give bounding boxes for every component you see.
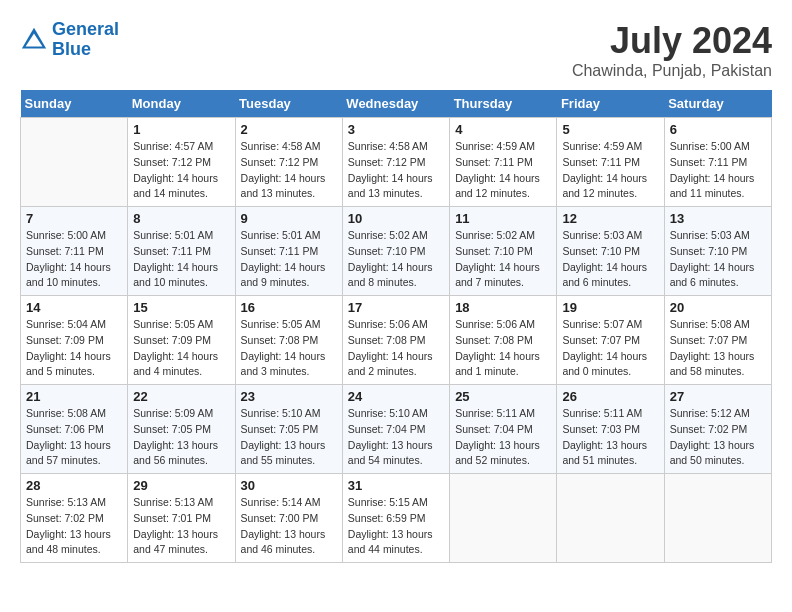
page-container: General Blue July 2024 Chawinda, Punjab,… (20, 20, 772, 563)
day-number: 20 (670, 300, 766, 315)
logo: General Blue (20, 20, 119, 60)
calendar-cell (664, 474, 771, 563)
day-info: Sunrise: 4:58 AM Sunset: 7:12 PM Dayligh… (348, 139, 444, 202)
calendar-cell (557, 474, 664, 563)
day-number: 29 (133, 478, 229, 493)
calendar-cell (450, 474, 557, 563)
day-number: 18 (455, 300, 551, 315)
day-info: Sunrise: 4:58 AM Sunset: 7:12 PM Dayligh… (241, 139, 337, 202)
calendar-header-row: SundayMondayTuesdayWednesdayThursdayFrid… (21, 90, 772, 118)
calendar-week-row: 7Sunrise: 5:00 AM Sunset: 7:11 PM Daylig… (21, 207, 772, 296)
day-number: 27 (670, 389, 766, 404)
calendar-cell: 1Sunrise: 4:57 AM Sunset: 7:12 PM Daylig… (128, 118, 235, 207)
day-info: Sunrise: 5:11 AM Sunset: 7:04 PM Dayligh… (455, 406, 551, 469)
day-number: 3 (348, 122, 444, 137)
calendar-cell: 21Sunrise: 5:08 AM Sunset: 7:06 PM Dayli… (21, 385, 128, 474)
day-info: Sunrise: 5:13 AM Sunset: 7:01 PM Dayligh… (133, 495, 229, 558)
calendar-cell: 7Sunrise: 5:00 AM Sunset: 7:11 PM Daylig… (21, 207, 128, 296)
day-number: 12 (562, 211, 658, 226)
day-info: Sunrise: 5:03 AM Sunset: 7:10 PM Dayligh… (562, 228, 658, 291)
calendar-cell: 27Sunrise: 5:12 AM Sunset: 7:02 PM Dayli… (664, 385, 771, 474)
day-number: 2 (241, 122, 337, 137)
day-number: 31 (348, 478, 444, 493)
title-block: July 2024 Chawinda, Punjab, Pakistan (572, 20, 772, 80)
header: General Blue July 2024 Chawinda, Punjab,… (20, 20, 772, 80)
calendar-cell: 14Sunrise: 5:04 AM Sunset: 7:09 PM Dayli… (21, 296, 128, 385)
day-number: 19 (562, 300, 658, 315)
calendar-cell: 5Sunrise: 4:59 AM Sunset: 7:11 PM Daylig… (557, 118, 664, 207)
day-number: 21 (26, 389, 122, 404)
calendar-cell: 30Sunrise: 5:14 AM Sunset: 7:00 PM Dayli… (235, 474, 342, 563)
column-header-tuesday: Tuesday (235, 90, 342, 118)
day-number: 4 (455, 122, 551, 137)
day-number: 7 (26, 211, 122, 226)
day-number: 17 (348, 300, 444, 315)
day-info: Sunrise: 5:15 AM Sunset: 6:59 PM Dayligh… (348, 495, 444, 558)
column-header-monday: Monday (128, 90, 235, 118)
day-number: 10 (348, 211, 444, 226)
calendar-cell: 3Sunrise: 4:58 AM Sunset: 7:12 PM Daylig… (342, 118, 449, 207)
day-number: 23 (241, 389, 337, 404)
day-info: Sunrise: 4:59 AM Sunset: 7:11 PM Dayligh… (562, 139, 658, 202)
day-info: Sunrise: 5:02 AM Sunset: 7:10 PM Dayligh… (348, 228, 444, 291)
day-number: 15 (133, 300, 229, 315)
calendar-cell: 10Sunrise: 5:02 AM Sunset: 7:10 PM Dayli… (342, 207, 449, 296)
day-number: 25 (455, 389, 551, 404)
day-number: 8 (133, 211, 229, 226)
calendar-cell: 22Sunrise: 5:09 AM Sunset: 7:05 PM Dayli… (128, 385, 235, 474)
calendar-cell (21, 118, 128, 207)
column-header-saturday: Saturday (664, 90, 771, 118)
day-number: 22 (133, 389, 229, 404)
day-number: 13 (670, 211, 766, 226)
day-info: Sunrise: 5:07 AM Sunset: 7:07 PM Dayligh… (562, 317, 658, 380)
day-number: 1 (133, 122, 229, 137)
calendar-cell: 25Sunrise: 5:11 AM Sunset: 7:04 PM Dayli… (450, 385, 557, 474)
day-info: Sunrise: 5:02 AM Sunset: 7:10 PM Dayligh… (455, 228, 551, 291)
calendar-cell: 20Sunrise: 5:08 AM Sunset: 7:07 PM Dayli… (664, 296, 771, 385)
calendar-cell: 9Sunrise: 5:01 AM Sunset: 7:11 PM Daylig… (235, 207, 342, 296)
calendar-week-row: 28Sunrise: 5:13 AM Sunset: 7:02 PM Dayli… (21, 474, 772, 563)
day-info: Sunrise: 5:00 AM Sunset: 7:11 PM Dayligh… (670, 139, 766, 202)
day-info: Sunrise: 5:09 AM Sunset: 7:05 PM Dayligh… (133, 406, 229, 469)
day-info: Sunrise: 5:01 AM Sunset: 7:11 PM Dayligh… (241, 228, 337, 291)
logo-line1: General (52, 19, 119, 39)
column-header-friday: Friday (557, 90, 664, 118)
day-info: Sunrise: 5:13 AM Sunset: 7:02 PM Dayligh… (26, 495, 122, 558)
calendar-cell: 2Sunrise: 4:58 AM Sunset: 7:12 PM Daylig… (235, 118, 342, 207)
day-info: Sunrise: 5:10 AM Sunset: 7:04 PM Dayligh… (348, 406, 444, 469)
calendar-cell: 8Sunrise: 5:01 AM Sunset: 7:11 PM Daylig… (128, 207, 235, 296)
day-info: Sunrise: 5:05 AM Sunset: 7:09 PM Dayligh… (133, 317, 229, 380)
logo-line2: Blue (52, 39, 91, 59)
day-number: 24 (348, 389, 444, 404)
day-number: 28 (26, 478, 122, 493)
calendar-cell: 4Sunrise: 4:59 AM Sunset: 7:11 PM Daylig… (450, 118, 557, 207)
day-info: Sunrise: 5:00 AM Sunset: 7:11 PM Dayligh… (26, 228, 122, 291)
day-info: Sunrise: 5:06 AM Sunset: 7:08 PM Dayligh… (348, 317, 444, 380)
logo-icon (20, 26, 48, 54)
column-header-wednesday: Wednesday (342, 90, 449, 118)
calendar-table: SundayMondayTuesdayWednesdayThursdayFrid… (20, 90, 772, 563)
day-info: Sunrise: 5:08 AM Sunset: 7:06 PM Dayligh… (26, 406, 122, 469)
calendar-week-row: 21Sunrise: 5:08 AM Sunset: 7:06 PM Dayli… (21, 385, 772, 474)
calendar-cell: 16Sunrise: 5:05 AM Sunset: 7:08 PM Dayli… (235, 296, 342, 385)
day-info: Sunrise: 5:10 AM Sunset: 7:05 PM Dayligh… (241, 406, 337, 469)
day-number: 30 (241, 478, 337, 493)
day-number: 26 (562, 389, 658, 404)
day-number: 9 (241, 211, 337, 226)
calendar-cell: 29Sunrise: 5:13 AM Sunset: 7:01 PM Dayli… (128, 474, 235, 563)
calendar-cell: 15Sunrise: 5:05 AM Sunset: 7:09 PM Dayli… (128, 296, 235, 385)
calendar-cell: 26Sunrise: 5:11 AM Sunset: 7:03 PM Dayli… (557, 385, 664, 474)
main-title: July 2024 (572, 20, 772, 62)
calendar-cell: 18Sunrise: 5:06 AM Sunset: 7:08 PM Dayli… (450, 296, 557, 385)
calendar-cell: 28Sunrise: 5:13 AM Sunset: 7:02 PM Dayli… (21, 474, 128, 563)
calendar-cell: 12Sunrise: 5:03 AM Sunset: 7:10 PM Dayli… (557, 207, 664, 296)
day-info: Sunrise: 5:14 AM Sunset: 7:00 PM Dayligh… (241, 495, 337, 558)
calendar-cell: 17Sunrise: 5:06 AM Sunset: 7:08 PM Dayli… (342, 296, 449, 385)
day-number: 14 (26, 300, 122, 315)
day-info: Sunrise: 5:06 AM Sunset: 7:08 PM Dayligh… (455, 317, 551, 380)
day-info: Sunrise: 4:59 AM Sunset: 7:11 PM Dayligh… (455, 139, 551, 202)
day-info: Sunrise: 5:12 AM Sunset: 7:02 PM Dayligh… (670, 406, 766, 469)
column-header-sunday: Sunday (21, 90, 128, 118)
day-info: Sunrise: 5:03 AM Sunset: 7:10 PM Dayligh… (670, 228, 766, 291)
calendar-cell: 6Sunrise: 5:00 AM Sunset: 7:11 PM Daylig… (664, 118, 771, 207)
